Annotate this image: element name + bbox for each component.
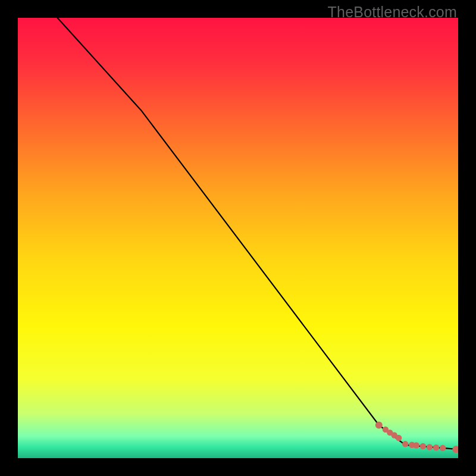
data-point (396, 435, 402, 441)
data-point (440, 445, 446, 451)
data-point (420, 443, 426, 449)
data-point (402, 441, 408, 447)
watermark-text: TheBottleneck.com (328, 4, 457, 21)
data-point (414, 442, 419, 448)
chart-svg (18, 18, 458, 458)
data-point (433, 444, 439, 450)
data-point (427, 444, 433, 450)
data-point (375, 422, 383, 429)
chart-frame (18, 18, 458, 458)
